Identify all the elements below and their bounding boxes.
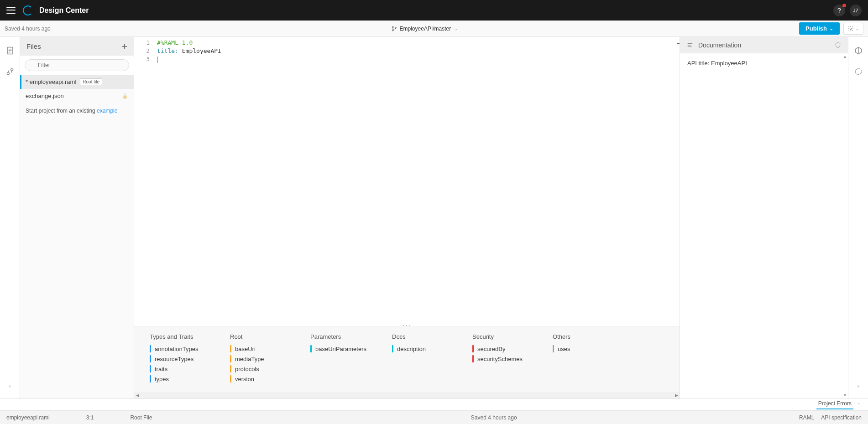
project-breadcrumb[interactable]: EmployeeAPI/master ⌄ bbox=[51, 26, 799, 32]
category-bar-icon bbox=[230, 345, 231, 352]
project-errors-bar: Project Errors ⌃ bbox=[0, 398, 868, 410]
scroll-left-icon[interactable]: ◀ bbox=[134, 393, 141, 398]
files-tab-icon[interactable] bbox=[5, 46, 15, 55]
suggestion-label: description bbox=[397, 346, 426, 352]
suggestion-item[interactable]: traits bbox=[150, 364, 204, 374]
suggestion-label: securitySchemes bbox=[477, 356, 523, 362]
example-link[interactable]: example bbox=[97, 108, 117, 114]
suggestion-column: Othersuses bbox=[553, 333, 607, 384]
code-lines[interactable]: #%RAML 1.0title: EmployeeAPI bbox=[154, 37, 680, 324]
chevron-down-icon: ⌄ bbox=[455, 26, 458, 31]
suggestion-item[interactable]: types bbox=[150, 374, 204, 384]
svg-point-9 bbox=[10, 68, 13, 71]
suggestion-item[interactable]: protocols bbox=[230, 364, 285, 374]
suggestion-item[interactable]: mediaType bbox=[230, 354, 285, 364]
status-file: employeeapi.raml bbox=[6, 414, 50, 421]
branch-icon bbox=[392, 26, 397, 31]
suggestion-item[interactable]: baseUri bbox=[230, 344, 285, 354]
suggestion-item[interactable]: securitySchemes bbox=[472, 354, 527, 364]
file-name: * employeeapi.raml bbox=[26, 78, 76, 85]
project-errors-tab[interactable]: Project Errors bbox=[816, 400, 853, 409]
category-bar-icon bbox=[553, 345, 554, 352]
add-file-button[interactable]: + bbox=[121, 41, 127, 52]
suggestion-header: Security bbox=[472, 333, 527, 340]
app-title: Design Center bbox=[39, 6, 89, 15]
filter-input[interactable] bbox=[25, 59, 129, 71]
horizontal-scrollbar[interactable]: ◀ ▶ bbox=[134, 392, 680, 398]
suggestion-item[interactable]: uses bbox=[553, 344, 607, 354]
logo-icon bbox=[23, 5, 33, 16]
editor: 123 #%RAML 1.0title: EmployeeAPI • • • T… bbox=[134, 37, 680, 398]
main-area: ‹ Files + ⌕ * employeeapi.ramlRoot filee… bbox=[0, 37, 868, 398]
category-bar-icon bbox=[150, 345, 151, 352]
suggestion-header: Root bbox=[230, 333, 285, 340]
saved-status: Saved 4 hours ago bbox=[5, 26, 51, 32]
suggestion-label: mediaType bbox=[235, 356, 264, 362]
suggestion-label: version bbox=[235, 376, 254, 383]
status-spec: API specification bbox=[821, 414, 862, 421]
help-icon: ? bbox=[837, 7, 841, 14]
scroll-down-icon[interactable]: ▼ bbox=[843, 393, 847, 398]
subheader: Saved 4 hours ago EmployeeAPI/master ⌄ P… bbox=[0, 21, 868, 37]
mocking-tab-icon[interactable] bbox=[854, 67, 863, 76]
suggestion-header: Types and Traits bbox=[150, 333, 204, 340]
documentation-panel: Documentation ▲ API title: EmployeeAPI ▼ bbox=[680, 37, 848, 398]
resize-handle-icon[interactable] bbox=[677, 43, 680, 51]
collapse-left-icon[interactable]: ‹ bbox=[9, 383, 11, 398]
filter-area: ⌕ bbox=[20, 56, 134, 75]
category-bar-icon bbox=[230, 365, 231, 372]
suggestion-label: resourceTypes bbox=[155, 356, 193, 362]
file-item[interactable]: * employeeapi.ramlRoot file bbox=[20, 75, 134, 89]
files-panel: Files + ⌕ * employeeapi.ramlRoot fileexc… bbox=[20, 37, 134, 398]
category-bar-icon bbox=[310, 345, 312, 352]
svg-point-13 bbox=[855, 68, 861, 74]
shield-icon[interactable] bbox=[834, 41, 842, 49]
gear-icon bbox=[847, 26, 854, 32]
suggestion-column: RootbaseUrimediaTypeprotocolsversion bbox=[230, 333, 285, 384]
scroll-right-icon[interactable]: ▶ bbox=[673, 393, 680, 398]
suggestion-item[interactable]: description bbox=[392, 344, 447, 354]
lock-icon: 🔒 bbox=[122, 93, 128, 99]
status-saved: Saved 4 hours ago bbox=[188, 414, 799, 421]
files-list: * employeeapi.ramlRoot fileexchange.json… bbox=[20, 75, 134, 103]
category-bar-icon bbox=[230, 375, 231, 383]
notification-dot-icon bbox=[842, 4, 846, 7]
svg-point-2 bbox=[395, 27, 396, 28]
file-name: exchange.json bbox=[26, 93, 64, 99]
suggestion-item[interactable]: baseUriParameters bbox=[310, 344, 366, 354]
file-item[interactable]: exchange.json🔒 bbox=[20, 89, 134, 103]
suggestion-item[interactable]: securedBy bbox=[472, 344, 527, 354]
suggestion-column: Docsdescription bbox=[392, 333, 447, 384]
user-avatar[interactable]: JZ bbox=[850, 5, 862, 16]
suggestion-label: types bbox=[155, 376, 169, 383]
docs-header: Documentation bbox=[680, 37, 848, 53]
suggestion-column: ParametersbaseUriParameters bbox=[310, 333, 366, 384]
publish-button[interactable]: Publish ⌄ bbox=[799, 22, 840, 35]
category-bar-icon bbox=[392, 345, 393, 352]
status-bar: employeeapi.raml 3:1 Root File Saved 4 h… bbox=[0, 410, 868, 424]
breadcrumb-text: EmployeeAPI/master bbox=[400, 26, 451, 32]
scroll-up-icon[interactable]: ▲ bbox=[843, 54, 847, 59]
category-bar-icon bbox=[150, 375, 151, 383]
code-area[interactable]: 123 #%RAML 1.0title: EmployeeAPI bbox=[134, 37, 680, 324]
suggestion-item[interactable]: version bbox=[230, 374, 285, 384]
settings-button[interactable]: ⌄ bbox=[843, 23, 863, 35]
suggestion-label: uses bbox=[558, 346, 570, 352]
suggestion-label: baseUriParameters bbox=[315, 346, 366, 352]
menu-icon[interactable] bbox=[6, 6, 16, 15]
dependencies-tab-icon[interactable] bbox=[5, 67, 15, 76]
suggestion-item[interactable]: resourceTypes bbox=[150, 354, 204, 364]
suggestion-label: baseUri bbox=[235, 346, 256, 352]
suggestion-header: Docs bbox=[392, 333, 447, 340]
svg-point-8 bbox=[7, 72, 9, 75]
chevron-down-icon: ⌄ bbox=[856, 26, 859, 31]
collapse-right-icon[interactable]: › bbox=[858, 383, 859, 398]
chevron-up-icon[interactable]: ⌃ bbox=[857, 403, 861, 407]
help-button[interactable]: ? bbox=[833, 5, 845, 16]
category-bar-icon bbox=[150, 365, 151, 372]
suggestion-item[interactable]: annotationTypes bbox=[150, 344, 204, 354]
list-icon bbox=[686, 42, 694, 48]
right-rail: › bbox=[848, 37, 868, 398]
example-note: Start project from an existing example bbox=[20, 103, 134, 119]
exchange-tab-icon[interactable] bbox=[854, 46, 863, 55]
